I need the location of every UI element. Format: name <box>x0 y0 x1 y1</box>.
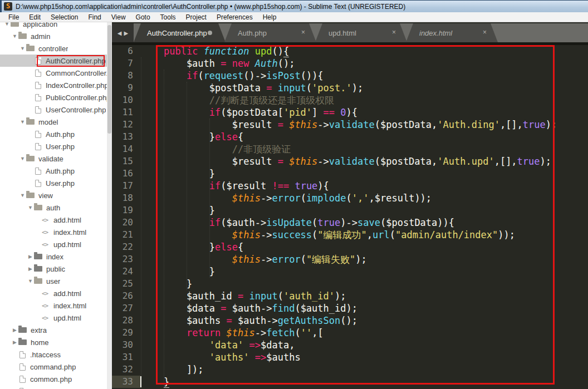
chevron-down-icon[interactable]: ▼ <box>11 33 18 39</box>
menu-item-edit[interactable]: Edit <box>24 12 46 22</box>
tree-item-authcontroller-php[interactable]: AuthController.php <box>0 55 107 67</box>
code-line-14[interactable]: //非顶级验证 <box>141 143 588 155</box>
tree-item-index[interactable]: ▶index <box>0 250 107 263</box>
menu-item-preferences[interactable]: Preferences <box>212 12 258 22</box>
code-line-7[interactable]: $auth = new Auth(); <box>141 57 588 70</box>
menu-item-file[interactable]: File <box>3 12 24 22</box>
tree-item-upd-html[interactable]: <>upd.html <box>0 238 107 250</box>
tree-item-auth-php[interactable]: Auth.php <box>0 165 107 177</box>
chevron-down-icon[interactable]: ▼ <box>19 193 26 198</box>
code-line-32[interactable]: ]); <box>141 363 588 376</box>
code-line-11[interactable]: if($postData['pid'] == 0){ <box>141 106 588 119</box>
tree-item-extra[interactable]: ▶extra <box>0 324 107 336</box>
code-line-22[interactable]: }else{ <box>141 241 588 253</box>
tree-item-auth[interactable]: ▼auth <box>0 201 107 214</box>
chevron-right-icon[interactable]: ▶ <box>27 254 34 259</box>
chevron-right-icon[interactable]: ▶ <box>11 327 18 333</box>
title-bar[interactable]: S D:\www.php15shop.com\application\admin… <box>0 0 588 12</box>
close-icon[interactable]: × <box>392 28 396 37</box>
code-line-16[interactable]: } <box>141 168 588 180</box>
code-line-10[interactable]: //判断是顶级还是非顶级权限 <box>141 94 588 106</box>
tree-item-validate[interactable]: ▼validate <box>0 152 107 165</box>
code-line-28[interactable]: $auths = $auth->getAuthsSon(); <box>141 314 588 327</box>
tab-authcontroller-php[interactable]: AuthController.php <box>134 23 226 42</box>
line-number: 15 <box>112 155 140 168</box>
close-icon[interactable]: × <box>301 28 305 37</box>
code-line-25[interactable]: } <box>141 278 588 290</box>
code-line-15[interactable]: $result = $this->validate($postData,'Aut… <box>141 155 588 168</box>
code-line-24[interactable]: } <box>141 265 588 278</box>
code-line-18[interactable]: $this->error(implode(',',$result)); <box>141 192 588 204</box>
code-line-30[interactable]: 'data' =>$data, <box>141 339 588 351</box>
tree-item-index-html[interactable]: <>index.html <box>0 299 107 312</box>
tree-item-user-php[interactable]: User.php <box>0 177 107 189</box>
line-number: 7 <box>112 57 140 70</box>
tree-item-auth-php[interactable]: Auth.php <box>0 128 107 140</box>
tree-item-model[interactable]: ▼model <box>0 116 107 128</box>
code-line-21[interactable]: $this->success("编辑成功",url("admin/auth/in… <box>141 229 588 241</box>
code-line-13[interactable]: }else{ <box>141 131 588 143</box>
chevron-down-icon[interactable]: ▼ <box>19 46 26 51</box>
chevron-down-icon[interactable]: ▼ <box>19 156 26 161</box>
menu-item-tools[interactable]: Tools <box>155 12 181 22</box>
tree-item-index-html[interactable]: <>index.html <box>0 226 107 238</box>
code-editor[interactable]: 6789101112131415161718192021222324252627… <box>112 45 588 389</box>
menu-item-find[interactable]: Find <box>83 12 106 22</box>
code-line-19[interactable]: } <box>141 204 588 216</box>
tree-item-user[interactable]: ▼user <box>0 275 107 287</box>
code-line-29[interactable]: return $this->fetch('',[ <box>141 327 588 339</box>
tree-item-command-php[interactable]: command.php <box>0 361 107 373</box>
code-line-12[interactable]: $result = $this->validate($postData,'Aut… <box>141 119 588 131</box>
chevron-down-icon[interactable]: ▼ <box>27 205 34 210</box>
code-line-8[interactable]: if(request()->isPost()){ <box>141 70 588 82</box>
chevron-down-icon[interactable]: ▼ <box>3 22 11 27</box>
tree-item-view[interactable]: ▼view <box>0 189 107 201</box>
tree-item-public[interactable]: ▶public <box>0 263 107 275</box>
code-line-17[interactable]: if($result !== true){ <box>141 180 588 192</box>
menu-item-selection[interactable]: Selection <box>46 12 83 22</box>
menu-item-help[interactable]: Help <box>258 12 282 22</box>
tab-scroll-right-icon[interactable]: ▶ <box>124 30 129 36</box>
tree-item-commoncontroller-php[interactable]: CommonController.php <box>0 67 107 79</box>
sidebar-scrollbar[interactable] <box>107 22 112 389</box>
tab-auth-php[interactable]: Auth.php× <box>224 23 316 42</box>
menu-item-project[interactable]: Project <box>181 12 212 22</box>
chevron-down-icon[interactable]: ▼ <box>27 278 34 284</box>
tree-item-application[interactable]: ▼application <box>0 22 107 30</box>
tab-upd-html[interactable]: upd.html× <box>315 23 407 42</box>
code-line-31[interactable]: 'auths' =>$auths <box>141 351 588 363</box>
sidebar-scrollbar-thumb[interactable] <box>107 25 111 134</box>
tree-item-add-html[interactable]: <>add.html <box>0 287 107 299</box>
tree-item-add-html[interactable]: <>add.html <box>0 214 107 226</box>
line-number: 11 <box>112 106 140 119</box>
tree-item-htaccess[interactable]: .htaccess <box>0 348 107 361</box>
tree-item-upd-html[interactable]: <>upd.html <box>0 312 107 324</box>
code-line-26[interactable]: $auth_id = input('auth_id'); <box>141 290 588 302</box>
tree-item-indexcontroller-php[interactable]: IndexController.php <box>0 79 107 91</box>
code-line-6[interactable]: public function upd(){ <box>141 45 588 57</box>
chevron-down-icon[interactable]: ▼ <box>19 119 26 125</box>
code-line-27[interactable]: $data = $auth->find($auth_id); <box>141 302 588 314</box>
code-line-9[interactable]: $postData = input('post.'); <box>141 82 588 94</box>
tree-item-admin[interactable]: ▼admin <box>0 30 107 42</box>
chevron-right-icon[interactable]: ▶ <box>11 339 18 345</box>
tree-item-home[interactable]: ▶home <box>0 336 107 348</box>
menu-item-view[interactable]: View <box>106 12 131 22</box>
tree-item-common-php[interactable]: common.php <box>0 373 107 385</box>
line-number: 6 <box>112 45 140 57</box>
tree-item-user-php[interactable]: User.php <box>0 140 107 152</box>
file-icon <box>35 82 41 89</box>
code-line-23[interactable]: $this->error("编辑失败"); <box>141 253 588 265</box>
folder-icon <box>34 205 42 210</box>
tree-item-usercontroller-php[interactable]: UserController.php <box>0 104 107 116</box>
tree-item-controller[interactable]: ▼controller <box>0 42 107 55</box>
tree-item-config-php[interactable]: config.php <box>0 385 107 389</box>
code-line-20[interactable]: if($auth->isUpdate(true)->save($postData… <box>141 216 588 229</box>
menu-item-goto[interactable]: Goto <box>131 12 155 22</box>
close-icon[interactable]: × <box>483 28 487 37</box>
tab-scroll-left-icon[interactable]: ◀ <box>117 30 122 36</box>
code-line-33[interactable]: } <box>141 376 588 388</box>
tree-item-publiccontroller-php[interactable]: PublicController.php <box>0 91 107 104</box>
chevron-right-icon[interactable]: ▶ <box>27 266 34 272</box>
tab-index-html[interactable]: index.html× <box>406 23 498 42</box>
